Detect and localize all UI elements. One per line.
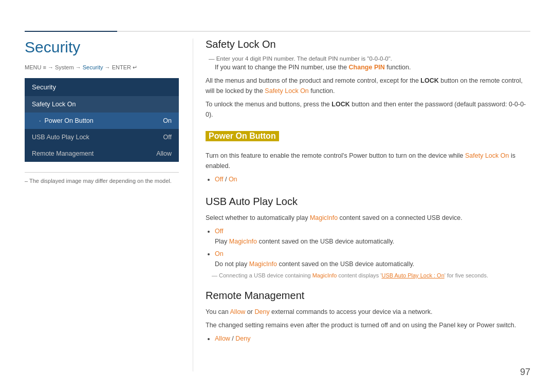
usb-body: Select whether to automatically play Mag… — [206, 213, 530, 223]
page-title: Security — [25, 39, 179, 56]
usb-bullets: Off Play MagicInfo content saved on the … — [215, 226, 530, 269]
left-panel: Security MENU ≡ → System → Security → EN… — [25, 39, 179, 184]
section-usb: USB Auto Play Lock Select whether to aut… — [206, 196, 530, 278]
safety-lock-note1: Enter your 4 digit PIN number. The defau… — [208, 55, 530, 62]
power-on-bullets: Off / On — [215, 174, 530, 184]
section-remote: Remote Management You can Allow or Deny … — [206, 290, 530, 344]
usb-bullet-on: On Do not play MagicInfo content saved o… — [215, 249, 530, 269]
nav-menu: Security Safety Lock On · Power On Butto… — [25, 78, 179, 162]
section-title-usb: USB Auto Play Lock — [206, 196, 530, 208]
nav-item-remote[interactable]: Remote Management Allow — [25, 145, 179, 162]
usb-note: ― Connecting a USB device containing Mag… — [208, 272, 530, 278]
breadcrumb-enter: → ENTER ↵ — [103, 64, 137, 70]
section-title-power-on: Power On Button — [206, 131, 279, 141]
nav-item-power-on[interactable]: · Power On Button On — [25, 113, 179, 129]
safety-lock-body1: All the menus and buttons of the product… — [206, 76, 530, 96]
nav-item-label: USB Auto Play Lock — [32, 134, 89, 141]
nav-item-value: Allow — [156, 150, 172, 157]
nav-header: Security — [25, 78, 179, 96]
safety-lock-body2: To unlock the menus and buttons, press t… — [206, 99, 530, 120]
section-title-remote: Remote Management — [206, 290, 530, 302]
breadcrumb: MENU ≡ → System → Security → ENTER ↵ — [25, 64, 179, 71]
nav-item-safety-lock[interactable]: Safety Lock On — [25, 96, 179, 113]
remote-body2: The changed setting remains even after t… — [206, 320, 530, 330]
remote-body1: You can Allow or Deny external commands … — [206, 307, 530, 317]
section-title-safety-lock: Safety Lock On — [206, 39, 530, 50]
section-safety-lock: Safety Lock On Enter your 4 digit PIN nu… — [206, 39, 530, 120]
right-panel: Safety Lock On Enter your 4 digit PIN nu… — [206, 39, 530, 355]
safety-lock-note2: If you want to change the PIN number, us… — [208, 62, 530, 72]
remote-bullet-item: Allow / Deny — [215, 333, 530, 344]
nav-item-label: · Power On Button — [39, 117, 94, 124]
page-number: 97 — [520, 367, 530, 378]
section-power-on: Power On Button Turn on this feature to … — [206, 131, 530, 184]
top-right-line — [193, 31, 530, 32]
nav-item-label: Safety Lock On — [32, 101, 76, 108]
nav-item-usb[interactable]: USB Auto Play Lock Off — [25, 129, 179, 145]
model-note: – The displayed image may differ dependi… — [25, 172, 179, 184]
nav-item-label: Remote Management — [32, 150, 94, 157]
breadcrumb-text: MENU ≡ → System → — [25, 64, 83, 70]
nav-item-value: On — [163, 117, 172, 124]
usb-bullet-off: Off Play MagicInfo content saved on the … — [215, 226, 530, 247]
breadcrumb-security: Security — [83, 64, 103, 70]
nav-item-value: Off — [163, 134, 172, 141]
remote-bullets: Allow / Deny — [215, 333, 530, 344]
divider-line — [193, 39, 193, 371]
power-on-body: Turn on this feature to enable the remot… — [206, 151, 530, 171]
power-on-bullet-item: Off / On — [215, 174, 530, 184]
